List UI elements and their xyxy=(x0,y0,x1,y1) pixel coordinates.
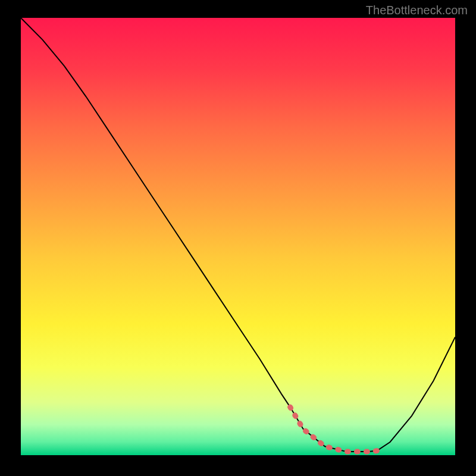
watermark-text: TheBottleneck.com xyxy=(366,4,468,17)
bottleneck-curve xyxy=(21,18,455,452)
optimal-range-marker xyxy=(290,407,381,452)
curve-layer xyxy=(21,18,455,455)
chart-container: TheBottleneck.com xyxy=(0,0,476,476)
plot-area xyxy=(21,18,455,455)
